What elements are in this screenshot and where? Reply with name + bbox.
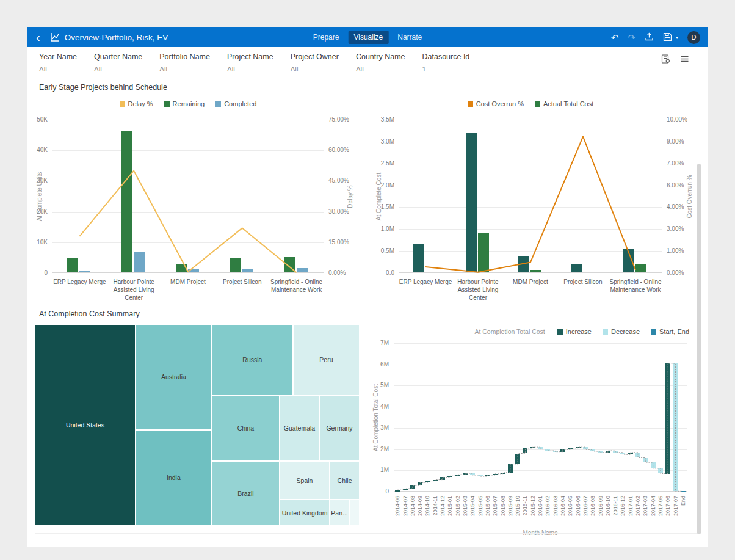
treemap-tile-china[interactable]: China <box>212 395 280 461</box>
x-tick-label: 2014-06 <box>394 496 400 529</box>
legend-item-start-end[interactable]: Start, End <box>651 328 689 335</box>
y-tick-left: 1.0M <box>370 226 394 232</box>
y-tick-left: 0 <box>23 270 48 276</box>
legend-label: Delay % <box>128 100 153 107</box>
y-tick-left: 6M <box>364 362 389 368</box>
section-title-schedule: Early Stage Projects behind Schedule <box>39 83 167 92</box>
filter-project-name[interactable]: Project NameAll <box>227 53 273 73</box>
legend-swatch <box>651 329 656 335</box>
plot-area <box>399 120 662 273</box>
avatar[interactable]: D <box>687 31 700 44</box>
x-category-label: ERP Legacy Merge <box>396 278 455 286</box>
treemap-tile-india[interactable]: India <box>136 430 212 526</box>
filter-label: Project Owner <box>291 53 339 61</box>
x-tick-label: 2015-01 <box>447 496 453 529</box>
filter-country-name[interactable]: Country NameAll <box>356 53 405 73</box>
legend-item-decrease[interactable]: Decrease <box>603 328 640 335</box>
y-tick-right: 1.00% <box>667 248 684 254</box>
x-tick-label: 2016-03 <box>552 496 559 529</box>
tab-visualize[interactable]: Visualize <box>348 31 388 44</box>
filter-value: All <box>291 65 339 73</box>
treemap-tile-label: Brazil <box>236 490 255 497</box>
treemap-tile-label: Peru <box>318 356 334 363</box>
filter-project-owner[interactable]: Project OwnerAll <box>291 53 339 73</box>
line-cost-overrun[interactable] <box>425 137 635 272</box>
legend-item-completed[interactable]: Completed <box>215 100 256 107</box>
treemap-tile-australia[interactable]: Australia <box>136 324 212 430</box>
app-header: ‹ Overview-Portfolio, Risk, EV PrepareVi… <box>27 27 708 47</box>
x-tick-label: 2017-03 <box>642 496 648 529</box>
treemap-tile-empty[interactable] <box>349 500 360 526</box>
tab-narrate[interactable]: Narrate <box>392 31 427 44</box>
y-tick-right: 3.00% <box>667 226 684 232</box>
x-tick-label: 2015-02 <box>455 496 461 529</box>
treemap-tile-label: Germany <box>325 424 353 432</box>
treemap-tile-united-kingdom[interactable]: United Kingdom <box>280 500 330 526</box>
x-tick-label: 2014-07 <box>402 496 408 529</box>
completion-cost-waterfall-chart: At Completion Total CostIncreaseDecrease… <box>371 324 705 545</box>
y-axis-title-left: At Complete Units <box>36 172 43 221</box>
y-axis-title-right: Delay % <box>347 185 353 208</box>
x-tick-label: 2015-11 <box>522 496 528 529</box>
x-tick-label: 2017-04 <box>650 496 656 529</box>
y-tick-left: 1M <box>364 467 389 473</box>
treemap-tile-pan[interactable]: Pan... <box>330 500 349 526</box>
filter-quarter-name[interactable]: Quarter NameAll <box>94 53 142 73</box>
legend-label: Actual Total Cost <box>543 100 593 107</box>
filter-label: Datasource Id <box>422 53 470 61</box>
undo-icon[interactable]: ↶ <box>611 33 619 42</box>
x-tick-label: 2016-12 <box>620 496 626 529</box>
chart-legend: Cost Overrun %Actual Total Cost <box>399 100 662 107</box>
line-delay[interactable] <box>79 171 296 273</box>
legend-title: At Completion Total Cost <box>474 328 545 335</box>
treemap-tile-label: Spain <box>295 477 314 484</box>
x-category-label: MDM Project <box>159 278 217 286</box>
delay-remaining-completed-chart: Delay %RemainingCompleted00.00%10K15.00%… <box>35 96 364 310</box>
tab-prepare[interactable]: Prepare <box>308 31 345 44</box>
y-tick-left: 0 <box>364 489 389 495</box>
vertical-scrollbar[interactable] <box>697 164 701 534</box>
legend-label: Remaining <box>173 100 205 107</box>
export-icon[interactable] <box>645 32 654 43</box>
treemap-tile-label: India <box>165 474 182 481</box>
save-icon[interactable] <box>663 32 672 43</box>
treemap-tile-spain[interactable]: Spain <box>280 461 330 500</box>
section-title-cost-summary: At Completion Cost Summary <box>39 310 140 318</box>
treemap-tile-germany[interactable]: Germany <box>319 395 360 461</box>
back-button[interactable]: ‹ <box>31 31 45 43</box>
filter-portfolio-name[interactable]: Portfolio NameAll <box>159 53 210 73</box>
treemap-tile-brazil[interactable]: Brazil <box>212 461 280 526</box>
x-category-label: Harbour Pointe Assisted Living Center <box>449 278 507 302</box>
avatar-initial: D <box>692 34 697 41</box>
treemap-tile-chile[interactable]: Chile <box>330 461 360 500</box>
y-axis-title-left: At Complete Cost <box>375 172 382 220</box>
legend-item-delay[interactable]: Delay % <box>120 100 153 107</box>
x-tick-label: 2016-10 <box>605 496 611 529</box>
x-category-label: Springfield - Online Maintenance Work <box>267 278 326 294</box>
filter-value: All <box>356 65 405 73</box>
legend-label: Increase <box>566 328 592 335</box>
filter-list: Year NameAllQuarter NameAllPortfolio Nam… <box>39 53 487 73</box>
treemap-tile-guatemala[interactable]: Guatemala <box>280 395 319 461</box>
treemap-tile-united-states[interactable]: United States <box>35 324 136 526</box>
x-category-label: Harbour Pointe Assisted Living Center <box>104 278 163 302</box>
redo-icon[interactable]: ↷ <box>628 33 635 42</box>
filter-datasource-id[interactable]: Datasource Id1 <box>422 53 470 73</box>
filter-menu-icon[interactable] <box>680 54 689 64</box>
x-tick-label: 2017-05 <box>657 496 664 529</box>
treemap-tile-russia[interactable]: Russia <box>212 324 293 395</box>
country-cost-treemap: United StatesAustraliaIndiaRussiaPeruChi… <box>35 324 360 526</box>
canvas-settings-icon[interactable] <box>661 54 670 64</box>
treemap-tile-peru[interactable]: Peru <box>293 324 360 395</box>
y-tick-left: 50K <box>23 117 48 123</box>
x-tick-label: 2015-05 <box>477 496 483 529</box>
x-tick-label: 2014-10 <box>424 496 430 529</box>
filter-year-name[interactable]: Year NameAll <box>39 53 77 73</box>
legend-item-cost-overrun[interactable]: Cost Overrun % <box>468 100 524 107</box>
legend-item-remaining[interactable]: Remaining <box>164 100 205 107</box>
legend-item-actual-total-cost[interactable]: Actual Total Cost <box>535 100 593 107</box>
cost-overrun-actual-cost-chart: Cost Overrun %Actual Total Cost0.00.00%0… <box>372 96 705 310</box>
legend-item-increase[interactable]: Increase <box>557 328 592 335</box>
filter-bar-icons <box>661 53 708 64</box>
save-menu-caret-icon[interactable]: ▾ <box>676 35 678 40</box>
